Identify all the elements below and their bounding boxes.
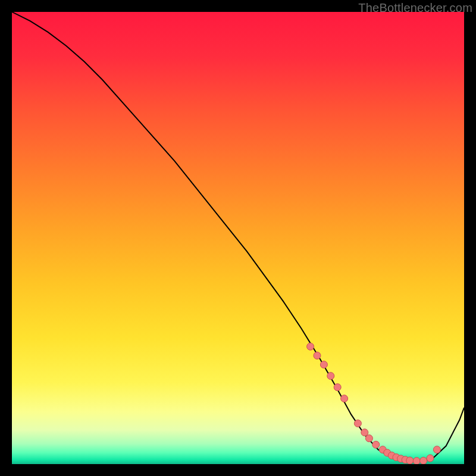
highlight-dot xyxy=(320,361,327,368)
highlight-dot xyxy=(420,457,427,464)
highlight-dot xyxy=(365,435,372,442)
highlight-dot xyxy=(341,395,348,402)
highlight-dot xyxy=(334,384,341,391)
highlight-dot xyxy=(433,446,440,453)
bottleneck-chart xyxy=(12,12,464,464)
chart-stage: TheBottlenecker.com xyxy=(0,0,476,476)
highlight-dot xyxy=(372,441,380,448)
gradient-background xyxy=(12,12,464,464)
highlight-dot xyxy=(354,420,361,427)
highlight-dot xyxy=(314,352,321,359)
highlight-dot xyxy=(307,343,314,350)
highlight-dot xyxy=(327,372,334,380)
highlight-dot xyxy=(413,458,420,464)
watermark-text: TheBottlenecker.com xyxy=(358,1,472,15)
highlight-dot xyxy=(406,457,414,464)
highlight-dot xyxy=(361,429,368,436)
highlight-dot xyxy=(427,455,434,462)
